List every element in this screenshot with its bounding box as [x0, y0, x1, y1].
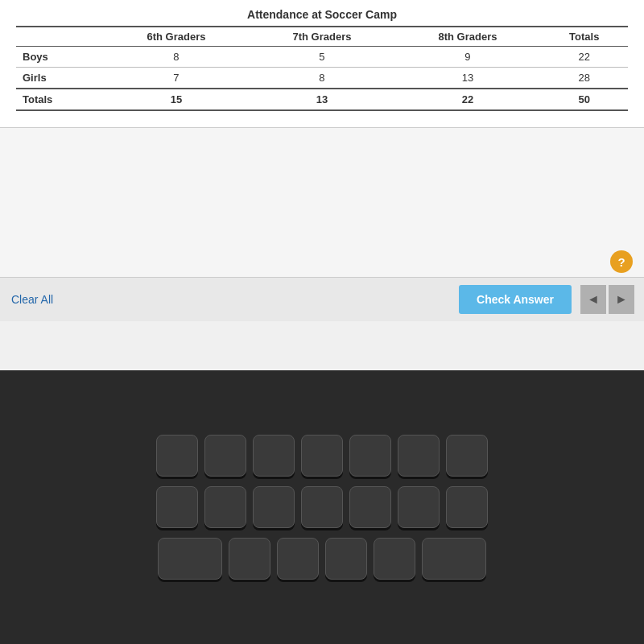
keyboard-key [229, 538, 270, 580]
row-label-boys: Boys [16, 47, 103, 68]
keyboard-key [398, 435, 440, 477]
keyboard-key [158, 538, 222, 580]
keyboard-row-3 [158, 538, 486, 580]
clear-all-button[interactable]: Clear All [10, 290, 55, 309]
work-area: ? Clear All Check Answer ◄ ► [0, 128, 644, 321]
check-answer-button[interactable]: Check Answer [459, 285, 572, 314]
prev-button[interactable]: ◄ [580, 285, 606, 314]
keyboard-key [349, 486, 391, 528]
table-row-totals: Totals 15 13 22 50 [16, 89, 628, 110]
keyboard-key [253, 486, 295, 528]
boys-total: 22 [540, 47, 628, 68]
keyboard-area [0, 370, 644, 644]
data-table: 6th Graders 7th Graders 8th Graders Tota… [16, 26, 628, 111]
keyboard-key [156, 435, 198, 477]
keyboard-row-2 [156, 486, 488, 528]
col-header-7th: 7th Graders [249, 27, 394, 47]
keyboard-key [446, 435, 488, 477]
totals-7th: 13 [249, 89, 394, 110]
col-header-8th: 8th Graders [394, 27, 540, 47]
col-header-totals: Totals [540, 27, 628, 47]
girls-total: 28 [540, 68, 628, 89]
row-label-totals: Totals [16, 89, 103, 110]
keyboard-key [253, 435, 295, 477]
keyboard-key [277, 538, 319, 580]
row-label-girls: Girls [16, 68, 103, 89]
boys-6th: 8 [103, 47, 249, 68]
col-header-empty [16, 27, 103, 47]
totals-6th: 15 [103, 89, 249, 110]
girls-6th: 7 [103, 68, 249, 89]
keyboard-key [398, 486, 440, 528]
totals-total: 50 [540, 89, 628, 110]
keyboard-key [204, 486, 246, 528]
keyboard-key [446, 486, 488, 528]
girls-8th: 13 [394, 68, 540, 89]
keyboard-key [301, 435, 343, 477]
keyboard-row-1 [156, 435, 488, 477]
boys-7th: 5 [249, 47, 394, 68]
boys-8th: 9 [394, 47, 540, 68]
keyboard-key [156, 486, 198, 528]
keyboard-key [349, 435, 391, 477]
col-header-6th: 6th Graders [103, 27, 249, 47]
girls-7th: 8 [249, 68, 394, 89]
table-title: Attendance at Soccer Camp [16, 8, 628, 21]
table-row: Girls 7 8 13 28 [16, 68, 628, 89]
bottom-bar: Clear All Check Answer ◄ ► [0, 277, 644, 321]
table-row: Boys 8 5 9 22 [16, 47, 628, 68]
next-button[interactable]: ► [609, 285, 634, 314]
keyboard-key [374, 538, 415, 580]
keyboard-key [422, 538, 486, 580]
help-button[interactable]: ? [610, 250, 633, 273]
keyboard-key [204, 435, 246, 477]
totals-8th: 22 [394, 89, 540, 110]
keyboard-key [325, 538, 367, 580]
keyboard-key [301, 486, 343, 528]
